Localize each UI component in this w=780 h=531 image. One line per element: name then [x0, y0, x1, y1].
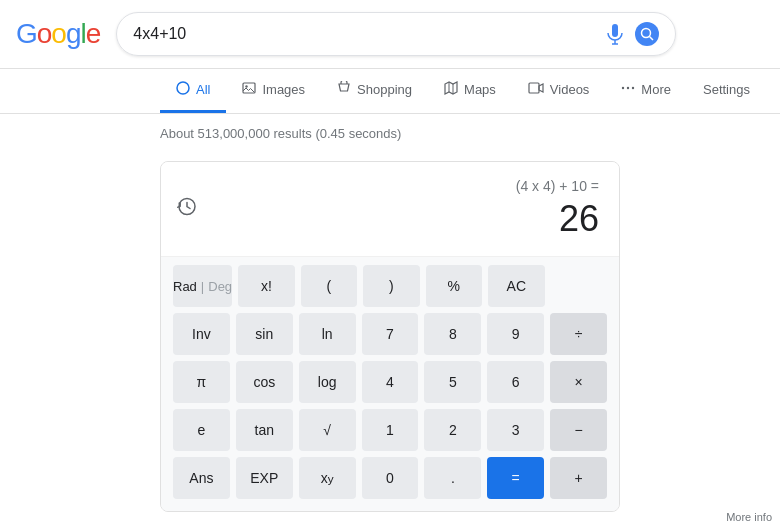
- results-info: About 513,000,000 results (0.45 seconds): [0, 114, 780, 153]
- btn-divide[interactable]: ÷: [550, 313, 607, 355]
- svg-point-7: [246, 85, 248, 87]
- tab-all[interactable]: All: [160, 69, 226, 113]
- calc-row-4: e tan √ 1 2 3 −: [173, 409, 607, 451]
- btn-ans[interactable]: Ans: [173, 457, 230, 499]
- videos-icon: [528, 81, 544, 98]
- tab-images-label: Images: [262, 82, 305, 97]
- btn-4[interactable]: 4: [362, 361, 419, 403]
- calc-row-5: Ans EXP xy 0 . = +: [173, 457, 607, 499]
- all-icon: [176, 81, 190, 98]
- btn-tan[interactable]: tan: [236, 409, 293, 451]
- btn-1[interactable]: 1: [362, 409, 419, 451]
- shopping-icon: [337, 81, 351, 98]
- btn-ac[interactable]: AC: [488, 265, 544, 307]
- btn-sin[interactable]: sin: [236, 313, 293, 355]
- results-count: About 513,000,000 results (0.45 seconds): [160, 126, 401, 141]
- btn-add[interactable]: +: [550, 457, 607, 499]
- search-button[interactable]: [635, 22, 659, 46]
- nav-settings-group: Settings Tools: [687, 70, 780, 112]
- btn-ln[interactable]: ln: [299, 313, 356, 355]
- btn-sqrt[interactable]: √: [299, 409, 356, 451]
- btn-8[interactable]: 8: [424, 313, 481, 355]
- btn-open-paren[interactable]: (: [301, 265, 357, 307]
- svg-point-12: [627, 87, 629, 89]
- svg-point-13: [632, 87, 634, 89]
- btn-decimal[interactable]: .: [424, 457, 481, 499]
- tab-more[interactable]: More: [605, 69, 687, 113]
- btn-5[interactable]: 5: [424, 361, 481, 403]
- tab-more-label: More: [641, 82, 671, 97]
- watermark-text: More info: [726, 511, 772, 523]
- calc-display: (4 x 4) + 10 = 26: [161, 162, 619, 257]
- btn-log[interactable]: log: [299, 361, 356, 403]
- calc-expression: (4 x 4) + 10 =: [181, 178, 599, 194]
- btn-pi[interactable]: π: [173, 361, 230, 403]
- images-icon: [242, 81, 256, 98]
- btn-equals[interactable]: =: [487, 457, 544, 499]
- svg-rect-10: [529, 83, 539, 93]
- tab-videos-label: Videos: [550, 82, 590, 97]
- btn-factorial[interactable]: x!: [238, 265, 294, 307]
- btn-e[interactable]: e: [173, 409, 230, 451]
- btn-2[interactable]: 2: [424, 409, 481, 451]
- btn-7[interactable]: 7: [362, 313, 419, 355]
- svg-point-5: [177, 82, 189, 94]
- watermark: More info: [726, 511, 772, 523]
- btn-9[interactable]: 9: [487, 313, 544, 355]
- calc-row-2: Inv sin ln 7 8 9 ÷: [173, 313, 607, 355]
- tools-link[interactable]: Tools: [766, 70, 780, 112]
- tab-videos[interactable]: Videos: [512, 69, 606, 113]
- tab-all-label: All: [196, 82, 210, 97]
- google-logo[interactable]: Google: [16, 18, 100, 50]
- mic-icon[interactable]: [603, 22, 627, 46]
- svg-line-4: [650, 37, 654, 41]
- btn-cos[interactable]: cos: [236, 361, 293, 403]
- history-icon[interactable]: [177, 197, 197, 222]
- btn-inv[interactable]: Inv: [173, 313, 230, 355]
- btn-3[interactable]: 3: [487, 409, 544, 451]
- btn-exp[interactable]: EXP: [236, 457, 293, 499]
- header: Google: [0, 0, 780, 69]
- svg-point-11: [622, 87, 624, 89]
- btn-multiply[interactable]: ×: [550, 361, 607, 403]
- calc-row-1: Rad | Deg x! ( ) % AC: [173, 265, 607, 307]
- btn-power[interactable]: xy: [299, 457, 356, 499]
- more-icon: [621, 81, 635, 98]
- calculator: (4 x 4) + 10 = 26 Rad | Deg x! ( ) % AC …: [160, 161, 620, 512]
- nav-tabs: All Images Shopping Maps: [0, 69, 780, 114]
- tab-shopping-label: Shopping: [357, 82, 412, 97]
- tab-shopping[interactable]: Shopping: [321, 69, 428, 113]
- btn-6[interactable]: 6: [487, 361, 544, 403]
- svg-point-3: [642, 29, 651, 38]
- settings-link[interactable]: Settings: [687, 70, 766, 112]
- tab-maps-label: Maps: [464, 82, 496, 97]
- btn-subtract[interactable]: −: [550, 409, 607, 451]
- search-input[interactable]: [133, 25, 603, 43]
- calc-result: 26: [181, 198, 599, 240]
- tab-images[interactable]: Images: [226, 69, 321, 113]
- svg-rect-0: [612, 24, 618, 37]
- settings-label: Settings: [703, 82, 750, 97]
- maps-icon: [444, 81, 458, 98]
- btn-close-paren[interactable]: ): [363, 265, 419, 307]
- btn-0[interactable]: 0: [362, 457, 419, 499]
- search-icons: [603, 22, 659, 46]
- btn-percent[interactable]: %: [426, 265, 482, 307]
- search-bar: [116, 12, 676, 56]
- calc-buttons: Rad | Deg x! ( ) % AC Inv sin ln 7 8 9 ÷…: [161, 257, 619, 511]
- btn-rad-deg[interactable]: Rad | Deg: [173, 265, 232, 307]
- tab-maps[interactable]: Maps: [428, 69, 512, 113]
- calc-row-3: π cos log 4 5 6 ×: [173, 361, 607, 403]
